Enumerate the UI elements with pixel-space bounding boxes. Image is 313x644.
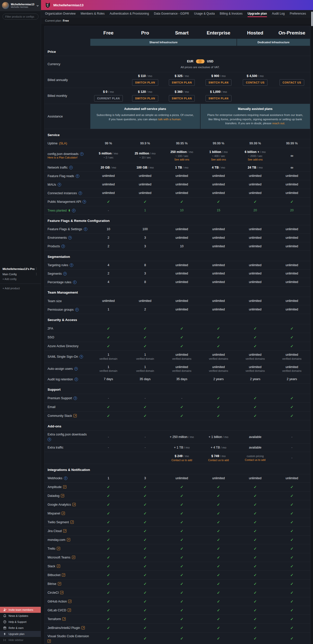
value-cell: ∞ <box>273 163 310 172</box>
help-icon[interactable]: ? <box>73 280 76 284</box>
external-link-icon[interactable]: ↗ <box>62 617 66 621</box>
value-cell: unlimitedverified domains <box>200 363 237 375</box>
external-link-icon[interactable]: ↗ <box>68 609 71 612</box>
nav-tab-usage-quota[interactable]: Usage & Quota <box>194 12 215 17</box>
external-link-icon[interactable]: ↗ <box>57 547 60 550</box>
help-icon[interactable]: ? <box>68 236 72 239</box>
value-cell: ✓ <box>237 500 273 509</box>
help-icon[interactable]: ? <box>80 152 84 156</box>
value-cell: ✓ <box>164 588 200 597</box>
currency-toggle[interactable] <box>196 59 205 63</box>
cell-link[interactable]: Contact us to add <box>165 459 199 462</box>
help-icon[interactable]: ? <box>58 183 61 186</box>
kebab-menu-icon[interactable]: ⋮ <box>34 272 38 276</box>
cell-link[interactable]: Contact us to add <box>238 458 272 461</box>
help-icon[interactable]: ? <box>63 272 67 275</box>
value-cell: 1verified domain <box>90 363 127 375</box>
external-link-icon[interactable]: ↗ <box>73 414 77 417</box>
switch-plan-button[interactable]: SWITCH PLAN <box>169 79 195 86</box>
external-link-icon[interactable]: ↗ <box>63 529 66 533</box>
external-link-icon[interactable]: ↗ <box>82 626 85 629</box>
cell-value-bold: 20 GB <box>101 166 110 169</box>
cell-link[interactable]: See add-ons <box>201 158 236 161</box>
nav-tab-preferences[interactable]: Preferences <box>290 12 306 17</box>
check-icon: ✓ <box>107 555 110 559</box>
row-label-line: Datadog↗ <box>48 494 89 498</box>
scrollbar-thumb[interactable] <box>311 12 313 26</box>
external-link-icon[interactable]: ↗ <box>72 503 76 506</box>
external-link-icon[interactable]: ↗ <box>62 512 65 515</box>
external-link-icon[interactable]: ↗ <box>61 494 64 497</box>
nav-tab-audit-log[interactable]: Audit Log <box>272 12 285 17</box>
external-link-icon[interactable]: ↗ <box>58 582 61 585</box>
help-icon[interactable]: ? <box>70 263 73 267</box>
help-icon[interactable]: ? <box>74 378 78 381</box>
add-config-button[interactable]: + Add config <box>0 277 41 281</box>
value-cell: ✓ <box>200 509 237 518</box>
band-link[interactable]: reach out. <box>272 122 285 125</box>
cell-value: unlimited <box>201 271 236 276</box>
switch-plan-button[interactable]: SWITCH PLAN <box>132 79 158 86</box>
band-link[interactable]: talk with a human. <box>158 118 182 121</box>
external-link-icon[interactable]: ↗ <box>60 591 63 594</box>
help-icon[interactable]: ? <box>48 438 51 441</box>
switch-plan-button[interactable]: SWITCH PLAN <box>132 95 158 102</box>
add-product-button[interactable]: + Add product <box>0 286 41 291</box>
nav-tab-members-roles[interactable]: Members & Roles <box>81 12 104 17</box>
external-link-icon[interactable]: ↗ <box>48 639 51 643</box>
nav-tab-authentication-provisioning[interactable]: Authentication & Provisioning <box>110 12 149 17</box>
switch-plan-button[interactable]: SWITCH PLAN <box>169 95 195 102</box>
contact-us-button[interactable]: CONTACT US <box>280 79 304 86</box>
sidebar-news-updates[interactable]: News & Updates <box>0 613 41 619</box>
row-label-line: Bitbucket↗ <box>48 573 89 577</box>
switch-plan-button[interactable]: SWITCH PLAN <box>206 95 232 102</box>
current-plan-button[interactable]: CURRENT PLAN <box>94 95 123 102</box>
external-link-icon[interactable]: ↗ <box>68 600 71 603</box>
help-icon[interactable]: ? <box>75 308 79 311</box>
help-icon[interactable]: ? <box>74 367 78 371</box>
external-link-icon[interactable]: ↗ <box>72 556 75 559</box>
filter-input[interactable] <box>3 14 38 20</box>
help-icon[interactable]: ? <box>80 355 83 358</box>
nav-tab-data-governance-gdpr[interactable]: Data Governance - GDPR <box>154 12 189 17</box>
nav-tab-organization-overview[interactable]: Organization Overview <box>45 12 75 17</box>
config-item[interactable]: Main Config ⋮ <box>0 271 41 277</box>
external-link-icon[interactable]: ↗ <box>62 573 65 577</box>
org-switcher[interactable]: Michellehermias13 Michelle Hermias <box>0 0 41 11</box>
help-icon[interactable]: ? <box>69 166 73 169</box>
row-label-line: Percentage rules? <box>48 280 89 284</box>
cell-subtext: verified domains <box>201 369 236 373</box>
external-link-icon[interactable]: ↗ <box>70 520 74 524</box>
help-icon[interactable]: ? <box>72 209 75 212</box>
switch-plan-button[interactable]: SWITCH PLAN <box>206 79 232 86</box>
product-item[interactable]: Michellehermias13's Pro... ⋮ <box>0 266 41 271</box>
help-icon[interactable]: ? <box>76 174 79 178</box>
cell-link[interactable]: Contact us to add <box>201 459 236 462</box>
sidebar-upgrade-plan[interactable]: Upgrade plan <box>0 631 41 637</box>
help-icon[interactable]: ? <box>83 200 86 204</box>
cell-value: unlimited <box>238 182 272 187</box>
value-cell: ✓ <box>237 333 273 342</box>
sidebar-invite-team-members[interactable]: Invite team members <box>0 607 41 613</box>
check-icon: ✓ <box>180 502 183 507</box>
external-link-icon[interactable]: ↗ <box>63 485 66 489</box>
contact-us-button[interactable]: CONTACT US <box>243 79 267 86</box>
nav-tab-billing-invoices[interactable]: Billing & Invoices <box>220 12 243 17</box>
help-icon[interactable]: ? <box>64 476 67 480</box>
dash: - <box>108 209 109 212</box>
help-icon[interactable]: ? <box>73 396 77 400</box>
sidebar-help-support[interactable]: Help & Support <box>0 619 41 625</box>
external-link-icon[interactable]: ↗ <box>67 538 70 541</box>
sidebar-refer-earn[interactable]: Refer & earn <box>0 625 41 631</box>
help-icon[interactable]: ? <box>84 227 87 231</box>
external-link-icon[interactable]: ↗ <box>57 565 60 568</box>
nav-tab-upgrade-plan[interactable]: Upgrade plan <box>248 12 267 17</box>
help-icon[interactable]: ? <box>61 245 65 248</box>
cell-link[interactable]: See add-ons <box>165 158 199 161</box>
sidebar-hide-sidebar[interactable]: Hide sidebar <box>0 637 41 643</box>
kebab-menu-icon[interactable]: ⋮ <box>34 267 38 270</box>
row-label-line: Network traffic? <box>48 166 89 169</box>
help-icon[interactable]: ? <box>79 191 82 195</box>
plan-calculator-link[interactable]: Here is a Plan Calculator! <box>48 156 89 159</box>
cell-link[interactable]: See add-ons <box>238 158 272 161</box>
